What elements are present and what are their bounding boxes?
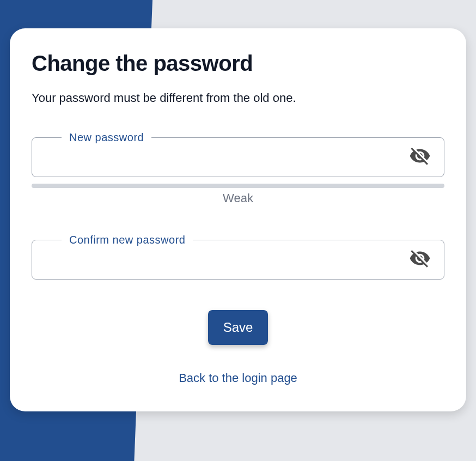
confirm-password-label: Confirm new password bbox=[62, 234, 193, 246]
page-title: Change the password bbox=[32, 51, 444, 76]
page-subtitle: Your password must be different from the… bbox=[32, 91, 444, 105]
eye-off-icon bbox=[409, 247, 431, 271]
new-password-field-wrap: New password Weak bbox=[32, 131, 444, 205]
eye-off-icon bbox=[409, 145, 431, 168]
new-password-label: New password bbox=[62, 131, 151, 144]
back-to-login-link[interactable]: Back to the login page bbox=[179, 371, 297, 385]
confirm-password-field-wrap: Confirm new password bbox=[32, 234, 444, 280]
change-password-card: Change the password Your password must b… bbox=[10, 28, 466, 411]
confirm-password-input[interactable] bbox=[48, 248, 407, 270]
confirm-password-fieldset: Confirm new password bbox=[32, 234, 444, 280]
password-strength-label: Weak bbox=[32, 191, 444, 205]
new-password-fieldset: New password bbox=[32, 131, 444, 177]
new-password-input[interactable] bbox=[48, 145, 407, 167]
actions-area: Save Back to the login page bbox=[32, 310, 444, 385]
toggle-new-password-visibility-button[interactable] bbox=[407, 143, 433, 171]
toggle-confirm-password-visibility-button[interactable] bbox=[407, 245, 433, 273]
save-button[interactable]: Save bbox=[208, 310, 268, 345]
password-strength-bar bbox=[32, 184, 444, 188]
